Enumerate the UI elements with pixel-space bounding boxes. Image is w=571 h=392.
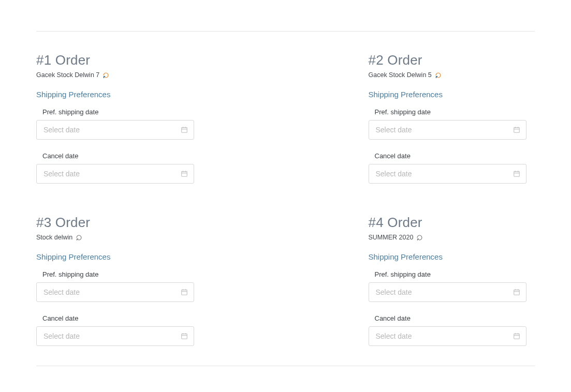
order-title: #1 Order — [36, 52, 203, 68]
cancel-date-field: Cancel date — [36, 152, 203, 184]
order-title: #3 Order — [36, 215, 203, 231]
refresh-icon[interactable] — [76, 234, 82, 241]
bottom-divider — [36, 366, 535, 366]
cancel-date-label: Cancel date — [375, 152, 535, 160]
order-block-1: #1 Order Gacek Stock Delwin 7 Shipping P… — [36, 52, 203, 184]
cancel-date-field: Cancel date — [36, 314, 203, 346]
order-subtitle: Gacek Stock Delwin 7 — [36, 71, 99, 79]
shipping-preferences-heading: Shipping Preferences — [36, 252, 203, 261]
orders-grid: #1 Order Gacek Stock Delwin 7 Shipping P… — [36, 52, 535, 346]
order-title: #2 Order — [369, 52, 535, 68]
order-subtitle-row: Gacek Stock Delwin 7 — [36, 71, 203, 79]
pref-shipping-date-field: Pref. shipping date — [36, 108, 203, 140]
cancel-date-input[interactable] — [369, 326, 526, 346]
order-subtitle: Stock delwin — [36, 234, 72, 241]
cancel-date-label: Cancel date — [42, 314, 203, 322]
pref-shipping-date-input[interactable] — [36, 282, 194, 302]
cancel-date-label: Cancel date — [42, 152, 203, 160]
pref-shipping-date-input[interactable] — [369, 282, 526, 302]
shipping-preferences-heading: Shipping Preferences — [36, 90, 203, 99]
order-subtitle: Gacek Stock Delwin 5 — [369, 71, 432, 79]
order-subtitle-row: SUMMER 2020 — [369, 234, 535, 241]
refresh-icon[interactable] — [103, 72, 109, 79]
pref-shipping-date-label: Pref. shipping date — [375, 270, 535, 278]
pref-shipping-date-label: Pref. shipping date — [375, 108, 535, 116]
pref-shipping-date-field: Pref. shipping date — [369, 108, 535, 140]
pref-shipping-date-label: Pref. shipping date — [42, 108, 203, 116]
cancel-date-field: Cancel date — [369, 314, 535, 346]
order-block-2: #2 Order Gacek Stock Delwin 5 Shipping P… — [369, 52, 535, 184]
pref-shipping-date-input[interactable] — [36, 120, 194, 140]
cancel-date-input[interactable] — [36, 164, 194, 184]
order-subtitle-row: Gacek Stock Delwin 5 — [369, 71, 535, 79]
shipping-preferences-heading: Shipping Preferences — [369, 90, 535, 99]
cancel-date-label: Cancel date — [375, 314, 535, 322]
order-block-4: #4 Order SUMMER 2020 Shipping Preference… — [369, 215, 535, 346]
pref-shipping-date-field: Pref. shipping date — [369, 270, 535, 302]
refresh-icon[interactable] — [435, 72, 442, 79]
shipping-preferences-heading: Shipping Preferences — [369, 252, 535, 261]
cancel-date-input[interactable] — [36, 326, 194, 346]
order-subtitle: SUMMER 2020 — [369, 234, 414, 241]
pref-shipping-date-input[interactable] — [369, 120, 526, 140]
cancel-date-field: Cancel date — [369, 152, 535, 184]
order-subtitle-row: Stock delwin — [36, 234, 203, 241]
pref-shipping-date-field: Pref. shipping date — [36, 270, 203, 302]
cancel-date-input[interactable] — [369, 164, 526, 184]
top-divider — [36, 31, 535, 32]
order-block-3: #3 Order Stock delwin Shipping Preferenc… — [36, 215, 203, 346]
order-title: #4 Order — [369, 215, 535, 231]
pref-shipping-date-label: Pref. shipping date — [42, 270, 203, 278]
refresh-icon[interactable] — [416, 234, 423, 241]
